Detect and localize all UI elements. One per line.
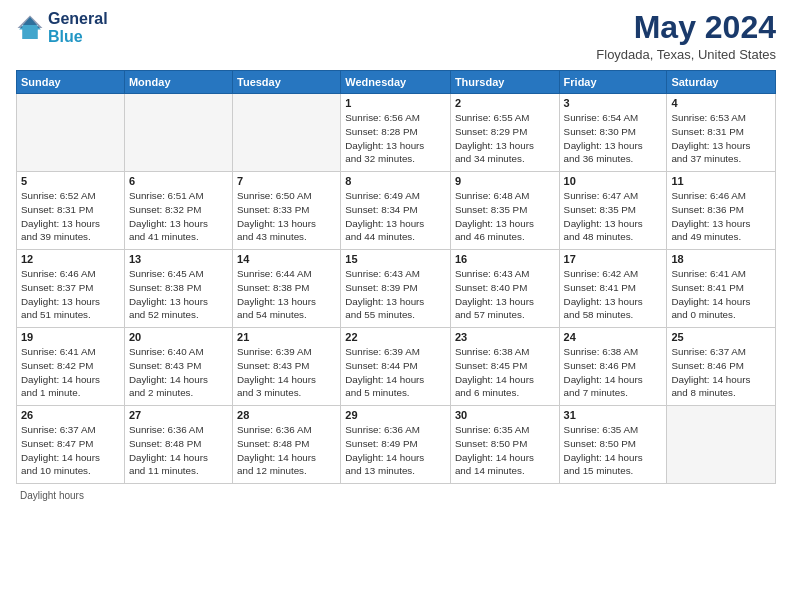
calendar-day: 19Sunrise: 6:41 AM Sunset: 8:42 PM Dayli… xyxy=(17,328,125,406)
logo-text: General Blue xyxy=(48,10,108,45)
calendar-day: 17Sunrise: 6:42 AM Sunset: 8:41 PM Dayli… xyxy=(559,250,667,328)
calendar-week-5: 26Sunrise: 6:37 AM Sunset: 8:47 PM Dayli… xyxy=(17,406,776,484)
day-number: 24 xyxy=(564,331,663,343)
calendar-header-saturday: Saturday xyxy=(667,71,776,94)
day-number: 1 xyxy=(345,97,446,109)
day-number: 14 xyxy=(237,253,336,265)
calendar-header-monday: Monday xyxy=(124,71,232,94)
day-info: Sunrise: 6:55 AM Sunset: 8:29 PM Dayligh… xyxy=(455,111,555,166)
calendar: SundayMondayTuesdayWednesdayThursdayFrid… xyxy=(16,70,776,484)
day-info: Sunrise: 6:50 AM Sunset: 8:33 PM Dayligh… xyxy=(237,189,336,244)
day-info: Sunrise: 6:41 AM Sunset: 8:42 PM Dayligh… xyxy=(21,345,120,400)
day-info: Sunrise: 6:39 AM Sunset: 8:43 PM Dayligh… xyxy=(237,345,336,400)
calendar-day: 2Sunrise: 6:55 AM Sunset: 8:29 PM Daylig… xyxy=(450,94,559,172)
title-block: May 2024 Floydada, Texas, United States xyxy=(596,10,776,62)
calendar-day: 11Sunrise: 6:46 AM Sunset: 8:36 PM Dayli… xyxy=(667,172,776,250)
day-info: Sunrise: 6:53 AM Sunset: 8:31 PM Dayligh… xyxy=(671,111,771,166)
day-number: 4 xyxy=(671,97,771,109)
day-number: 29 xyxy=(345,409,446,421)
day-number: 17 xyxy=(564,253,663,265)
calendar-header-row: SundayMondayTuesdayWednesdayThursdayFrid… xyxy=(17,71,776,94)
calendar-day: 23Sunrise: 6:38 AM Sunset: 8:45 PM Dayli… xyxy=(450,328,559,406)
day-info: Sunrise: 6:43 AM Sunset: 8:40 PM Dayligh… xyxy=(455,267,555,322)
calendar-day: 4Sunrise: 6:53 AM Sunset: 8:31 PM Daylig… xyxy=(667,94,776,172)
calendar-day: 18Sunrise: 6:41 AM Sunset: 8:41 PM Dayli… xyxy=(667,250,776,328)
day-info: Sunrise: 6:41 AM Sunset: 8:41 PM Dayligh… xyxy=(671,267,771,322)
day-info: Sunrise: 6:46 AM Sunset: 8:36 PM Dayligh… xyxy=(671,189,771,244)
calendar-header-sunday: Sunday xyxy=(17,71,125,94)
day-info: Sunrise: 6:43 AM Sunset: 8:39 PM Dayligh… xyxy=(345,267,446,322)
day-number: 6 xyxy=(129,175,228,187)
day-info: Sunrise: 6:35 AM Sunset: 8:50 PM Dayligh… xyxy=(455,423,555,478)
calendar-week-4: 19Sunrise: 6:41 AM Sunset: 8:42 PM Dayli… xyxy=(17,328,776,406)
calendar-header-wednesday: Wednesday xyxy=(341,71,451,94)
calendar-week-2: 5Sunrise: 6:52 AM Sunset: 8:31 PM Daylig… xyxy=(17,172,776,250)
day-info: Sunrise: 6:51 AM Sunset: 8:32 PM Dayligh… xyxy=(129,189,228,244)
day-info: Sunrise: 6:46 AM Sunset: 8:37 PM Dayligh… xyxy=(21,267,120,322)
day-number: 23 xyxy=(455,331,555,343)
day-info: Sunrise: 6:38 AM Sunset: 8:45 PM Dayligh… xyxy=(455,345,555,400)
day-number: 13 xyxy=(129,253,228,265)
calendar-day xyxy=(233,94,341,172)
calendar-day: 1Sunrise: 6:56 AM Sunset: 8:28 PM Daylig… xyxy=(341,94,451,172)
day-info: Sunrise: 6:37 AM Sunset: 8:47 PM Dayligh… xyxy=(21,423,120,478)
day-info: Sunrise: 6:39 AM Sunset: 8:44 PM Dayligh… xyxy=(345,345,446,400)
day-number: 10 xyxy=(564,175,663,187)
day-info: Sunrise: 6:37 AM Sunset: 8:46 PM Dayligh… xyxy=(671,345,771,400)
calendar-day: 15Sunrise: 6:43 AM Sunset: 8:39 PM Dayli… xyxy=(341,250,451,328)
day-info: Sunrise: 6:52 AM Sunset: 8:31 PM Dayligh… xyxy=(21,189,120,244)
calendar-day: 20Sunrise: 6:40 AM Sunset: 8:43 PM Dayli… xyxy=(124,328,232,406)
calendar-day xyxy=(17,94,125,172)
day-info: Sunrise: 6:47 AM Sunset: 8:35 PM Dayligh… xyxy=(564,189,663,244)
day-number: 30 xyxy=(455,409,555,421)
calendar-day: 22Sunrise: 6:39 AM Sunset: 8:44 PM Dayli… xyxy=(341,328,451,406)
day-number: 12 xyxy=(21,253,120,265)
day-number: 22 xyxy=(345,331,446,343)
day-info: Sunrise: 6:49 AM Sunset: 8:34 PM Dayligh… xyxy=(345,189,446,244)
day-info: Sunrise: 6:38 AM Sunset: 8:46 PM Dayligh… xyxy=(564,345,663,400)
day-number: 18 xyxy=(671,253,771,265)
calendar-day: 29Sunrise: 6:36 AM Sunset: 8:49 PM Dayli… xyxy=(341,406,451,484)
calendar-day: 30Sunrise: 6:35 AM Sunset: 8:50 PM Dayli… xyxy=(450,406,559,484)
day-info: Sunrise: 6:48 AM Sunset: 8:35 PM Dayligh… xyxy=(455,189,555,244)
day-number: 2 xyxy=(455,97,555,109)
calendar-day: 24Sunrise: 6:38 AM Sunset: 8:46 PM Dayli… xyxy=(559,328,667,406)
calendar-day: 26Sunrise: 6:37 AM Sunset: 8:47 PM Dayli… xyxy=(17,406,125,484)
calendar-day: 14Sunrise: 6:44 AM Sunset: 8:38 PM Dayli… xyxy=(233,250,341,328)
calendar-day: 9Sunrise: 6:48 AM Sunset: 8:35 PM Daylig… xyxy=(450,172,559,250)
day-info: Sunrise: 6:36 AM Sunset: 8:48 PM Dayligh… xyxy=(237,423,336,478)
calendar-day: 25Sunrise: 6:37 AM Sunset: 8:46 PM Dayli… xyxy=(667,328,776,406)
calendar-day: 5Sunrise: 6:52 AM Sunset: 8:31 PM Daylig… xyxy=(17,172,125,250)
day-number: 27 xyxy=(129,409,228,421)
day-number: 21 xyxy=(237,331,336,343)
calendar-day: 6Sunrise: 6:51 AM Sunset: 8:32 PM Daylig… xyxy=(124,172,232,250)
calendar-day: 27Sunrise: 6:36 AM Sunset: 8:48 PM Dayli… xyxy=(124,406,232,484)
day-number: 11 xyxy=(671,175,771,187)
header: General Blue May 2024 Floydada, Texas, U… xyxy=(16,10,776,62)
page: General Blue May 2024 Floydada, Texas, U… xyxy=(0,0,792,612)
calendar-day: 21Sunrise: 6:39 AM Sunset: 8:43 PM Dayli… xyxy=(233,328,341,406)
day-number: 15 xyxy=(345,253,446,265)
month-title: May 2024 xyxy=(596,10,776,45)
day-number: 5 xyxy=(21,175,120,187)
calendar-header-thursday: Thursday xyxy=(450,71,559,94)
logo: General Blue xyxy=(16,10,108,45)
calendar-day xyxy=(124,94,232,172)
day-number: 8 xyxy=(345,175,446,187)
calendar-day xyxy=(667,406,776,484)
day-number: 3 xyxy=(564,97,663,109)
calendar-day: 7Sunrise: 6:50 AM Sunset: 8:33 PM Daylig… xyxy=(233,172,341,250)
day-number: 28 xyxy=(237,409,336,421)
day-info: Sunrise: 6:35 AM Sunset: 8:50 PM Dayligh… xyxy=(564,423,663,478)
day-number: 7 xyxy=(237,175,336,187)
calendar-header-friday: Friday xyxy=(559,71,667,94)
day-number: 20 xyxy=(129,331,228,343)
day-number: 25 xyxy=(671,331,771,343)
calendar-day: 31Sunrise: 6:35 AM Sunset: 8:50 PM Dayli… xyxy=(559,406,667,484)
calendar-week-3: 12Sunrise: 6:46 AM Sunset: 8:37 PM Dayli… xyxy=(17,250,776,328)
day-info: Sunrise: 6:56 AM Sunset: 8:28 PM Dayligh… xyxy=(345,111,446,166)
calendar-day: 10Sunrise: 6:47 AM Sunset: 8:35 PM Dayli… xyxy=(559,172,667,250)
calendar-day: 13Sunrise: 6:45 AM Sunset: 8:38 PM Dayli… xyxy=(124,250,232,328)
logo-icon xyxy=(16,14,44,42)
day-info: Sunrise: 6:40 AM Sunset: 8:43 PM Dayligh… xyxy=(129,345,228,400)
